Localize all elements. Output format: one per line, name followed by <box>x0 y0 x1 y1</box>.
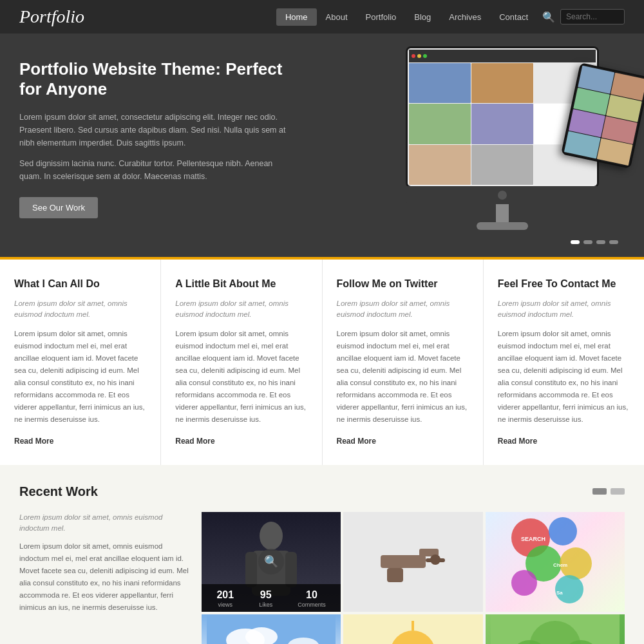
portfolio-sidebar-lead: Lorem ipsum dolor sit amet, omnis euismo… <box>19 512 189 535</box>
hero-title: Portfolio Website Theme: Perfect for Any… <box>19 59 290 99</box>
nav-contact[interactable]: Contact <box>490 8 537 26</box>
slider-dot-2[interactable] <box>583 240 592 244</box>
portfolio-next-arrow[interactable] <box>611 488 625 495</box>
feature-title-3: Follow Me on Twitter <box>337 278 469 290</box>
recent-work-header: Recent Work <box>19 484 625 499</box>
hero-section: Portfolio Website Theme: Perfect for Any… <box>0 33 644 257</box>
nav-home[interactable]: Home <box>276 8 317 26</box>
svg-text:SEARCH: SEARCH <box>521 536 545 542</box>
imac-stand-base <box>477 222 528 230</box>
search-input[interactable] <box>560 9 625 24</box>
feature-title-1: What I Can All Do <box>14 278 146 290</box>
stat-views: 201 views <box>216 589 234 608</box>
features-section: What I Can All Do Lorem ipsum dolor sit … <box>0 257 644 464</box>
svg-point-0 <box>260 522 283 550</box>
feature-lead-4: Lorem ipsum dolor sit amet, omnis euismo… <box>498 298 630 321</box>
hero-paragraph1: Lorem ipsum dolor sit amet, consectetur … <box>19 111 290 149</box>
svg-text:Chem: Chem <box>553 562 567 568</box>
feature-col-4: Feel Free To Contact Me Lorem ipsum dolo… <box>484 260 644 464</box>
feature-title-2: A Little Bit About Me <box>175 278 307 290</box>
svg-point-14 <box>555 575 583 603</box>
svg-rect-3 <box>285 552 297 587</box>
portfolio-item-1[interactable]: 🔍 201 views 95 Likes 10 Comments <box>202 512 341 612</box>
portfolio-item-6[interactable] <box>486 614 625 644</box>
slider-dot-4[interactable] <box>609 240 618 244</box>
read-more-2[interactable]: Read More <box>175 437 214 446</box>
portfolio-img-3: SEARCH Chem Sa <box>486 512 625 612</box>
hero-paragraph2: Sed dignissim lacinia nunc. Curabitur to… <box>19 157 290 183</box>
portfolio-img-5 <box>343 614 482 644</box>
main-nav: Home About Portfolio Blog Archives Conta… <box>276 7 625 27</box>
nav-about[interactable]: About <box>317 8 357 26</box>
nav-portfolio[interactable]: Portfolio <box>357 8 406 26</box>
portfolio-nav-arrows <box>592 488 625 495</box>
read-more-4[interactable]: Read More <box>498 437 537 446</box>
feature-lead-1: Lorem ipsum dolor sit amet, omnis euismo… <box>14 298 146 321</box>
feature-title-4: Feel Free To Contact Me <box>498 278 630 290</box>
portfolio-img-2 <box>343 512 482 612</box>
svg-point-13 <box>511 570 537 596</box>
feature-body-2: Lorem ipsum dolor sit amet, omnis euismo… <box>175 328 307 426</box>
feature-body-1: Lorem ipsum dolor sit amet, omnis euismo… <box>14 328 146 426</box>
portfolio-sidebar: Lorem ipsum dolor sit amet, omnis euismo… <box>19 512 202 644</box>
stat-comments: 10 Comments <box>298 589 326 608</box>
portfolio-sidebar-body: Lorem ipsum dolor sit amet, omnis euismo… <box>19 540 189 614</box>
nav-archives[interactable]: Archives <box>440 8 490 26</box>
feature-lead-3: Lorem ipsum dolor sit amet, omnis euismo… <box>337 298 469 321</box>
feature-body-3: Lorem ipsum dolor sit amet, omnis euismo… <box>337 328 469 426</box>
svg-rect-8 <box>426 558 445 562</box>
site-header: Portfolio Home About Portfolio Blog Arch… <box>0 0 644 33</box>
portfolio-img-6 <box>486 614 625 644</box>
search-overlay-icon: 🔍 <box>258 549 284 574</box>
slider-dot-3[interactable] <box>596 240 605 244</box>
portfolio-img-4 <box>202 614 341 644</box>
imac-stand-neck <box>496 204 509 223</box>
hero-image <box>354 33 644 233</box>
site-logo: Portfolio <box>19 6 84 27</box>
slider-dot-1[interactable] <box>571 240 580 244</box>
read-more-1[interactable]: Read More <box>14 437 53 446</box>
portfolio-images: 🔍 201 views 95 Likes 10 Comments <box>202 512 625 644</box>
hero-cta-button[interactable]: See Our Work <box>19 197 98 218</box>
portfolio-item-4[interactable] <box>202 614 341 644</box>
recent-work-section: Recent Work Lorem ipsum dolor sit amet, … <box>0 465 644 644</box>
portfolio-item-3[interactable]: SEARCH Chem Sa <box>486 512 625 612</box>
feature-body-4: Lorem ipsum dolor sit amet, omnis euismo… <box>498 328 630 426</box>
portfolio-stats-1: 201 views 95 Likes 10 Comments <box>202 584 341 612</box>
svg-text:Sa: Sa <box>556 590 563 596</box>
recent-work-title: Recent Work <box>19 484 98 499</box>
read-more-3[interactable]: Read More <box>337 437 376 446</box>
nav-blog[interactable]: Blog <box>405 8 440 26</box>
feature-lead-2: Lorem ipsum dolor sit amet, omnis euismo… <box>175 298 307 321</box>
search-icon-button[interactable]: 🔍 <box>537 7 560 27</box>
stat-likes: 95 Likes <box>259 589 272 608</box>
imac-chin <box>406 186 599 204</box>
feature-col-1: What I Can All Do Lorem ipsum dolor sit … <box>0 260 161 464</box>
feature-col-3: Follow Me on Twitter Lorem ipsum dolor s… <box>323 260 484 464</box>
portfolio-item-2[interactable] <box>343 512 482 612</box>
portfolio-grid: Lorem ipsum dolor sit amet, omnis euismo… <box>19 512 625 644</box>
svg-rect-4 <box>381 555 426 568</box>
portfolio-item-5[interactable] <box>343 614 482 644</box>
portfolio-prev-arrow[interactable] <box>592 488 607 495</box>
svg-rect-6 <box>387 568 403 582</box>
slider-dots <box>571 240 618 244</box>
hero-text-block: Portfolio Website Theme: Perfect for Any… <box>19 59 290 218</box>
svg-rect-2 <box>245 552 257 587</box>
portfolio-img-1: 🔍 201 views 95 Likes 10 Comments <box>202 512 341 612</box>
feature-col-2: A Little Bit About Me Lorem ipsum dolor … <box>161 260 322 464</box>
svg-point-10 <box>549 517 577 545</box>
